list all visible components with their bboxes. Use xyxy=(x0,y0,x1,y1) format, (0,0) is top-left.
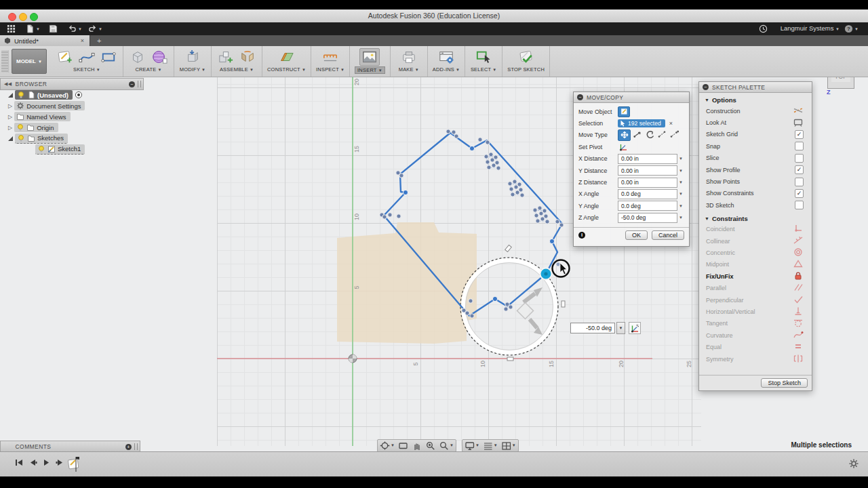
browser-item-unsaved[interactable]: (Unsaved) xyxy=(0,89,156,100)
field-dropdown-icon[interactable]: ▼ xyxy=(677,157,684,161)
coincident-icon[interactable] xyxy=(793,224,804,235)
constraints-section-header[interactable]: ▼Constraints xyxy=(699,211,812,224)
concentric-icon[interactable] xyxy=(793,247,804,258)
save-icon[interactable] xyxy=(49,24,58,34)
palette-option-3d-sketch[interactable]: 3D Sketch xyxy=(699,199,812,211)
field-dropdown-icon[interactable]: ▼ xyxy=(677,216,684,220)
spline-icon[interactable] xyxy=(77,49,96,65)
step-forward-icon[interactable] xyxy=(56,458,64,467)
bulb-icon[interactable] xyxy=(16,123,24,131)
constraint-coincident[interactable]: Coincident xyxy=(699,224,812,235)
step-back-icon[interactable] xyxy=(28,458,37,467)
checkbox-show-points[interactable] xyxy=(795,178,804,186)
browser-item-sketches[interactable]: Sketches xyxy=(0,133,156,144)
palette-option-snap[interactable]: Snap xyxy=(699,140,812,152)
orbit-tool-icon[interactable]: ▼ xyxy=(380,441,395,450)
field-value-input[interactable]: 0.00 in xyxy=(618,178,677,188)
constraint-collinear[interactable]: Collinear xyxy=(699,235,812,247)
constraint-parallel[interactable]: Parallel xyxy=(699,282,812,293)
rect-tool-icon[interactable] xyxy=(99,49,118,65)
toolbar-group-construct[interactable]: CONSTRUCT▼ xyxy=(262,46,311,77)
browser-drag-handle[interactable] xyxy=(138,81,141,87)
palette-option-show-points[interactable]: Show Points xyxy=(699,176,812,187)
checkbox-snap[interactable] xyxy=(795,142,804,150)
grid-display-settings-icon[interactable]: ▼ xyxy=(483,441,498,450)
expand-closed-icon[interactable]: ▷ xyxy=(8,125,12,131)
palette-option-sketch-grid[interactable]: Sketch Grid✓ xyxy=(699,129,812,140)
tab-close-icon[interactable]: × xyxy=(81,37,84,44)
angle-input[interactable]: -50.0 deg xyxy=(570,323,615,333)
palette-option-slice[interactable]: Slice xyxy=(699,152,812,164)
expand-open-icon[interactable] xyxy=(8,93,13,98)
workspace-selector[interactable]: MODEL▼ xyxy=(12,49,47,74)
field-value-input[interactable]: 0.00 in xyxy=(618,154,677,164)
constraint-perpendicular[interactable]: Perpendicular xyxy=(699,294,812,306)
browser-options-icon[interactable]: − xyxy=(129,81,135,87)
toolbar-label-sketch[interactable]: SKETCH▼ xyxy=(73,66,100,73)
box-3d-icon[interactable] xyxy=(128,49,147,65)
field-dropdown-icon[interactable]: ▼ xyxy=(677,180,684,184)
collinear-icon[interactable] xyxy=(793,236,804,247)
dialog-titlebar[interactable]: − MOVE/COPY xyxy=(574,92,689,103)
move-type-point-to-point-icon[interactable] xyxy=(656,129,667,140)
construction-icon[interactable] xyxy=(793,106,804,117)
bulb-icon[interactable] xyxy=(17,91,25,99)
press-pull-icon[interactable] xyxy=(183,49,202,65)
display-settings-icon[interactable]: ▼ xyxy=(465,441,479,450)
browser-panel-header[interactable]: ◀◀ BROWSER − xyxy=(0,78,144,90)
move-type-translate-icon[interactable] xyxy=(631,129,643,140)
timeline-settings-gear-icon[interactable] xyxy=(849,459,859,471)
browser-item-document-settings[interactable]: ▷Document Settings xyxy=(0,100,156,111)
undo-icon[interactable]: ▼ xyxy=(68,24,82,34)
clear-selection-icon[interactable]: × xyxy=(669,120,673,127)
palette-option-construction[interactable]: Construction xyxy=(699,105,812,117)
perpendicular-icon[interactable] xyxy=(793,295,804,306)
move-object-type-button[interactable] xyxy=(618,106,630,117)
toolbar-label-assemble[interactable]: ASSEMBLE▼ xyxy=(220,66,254,73)
sketch-pad-icon[interactable] xyxy=(56,49,75,65)
checkbox-slice[interactable] xyxy=(795,154,804,163)
toolbar-group-modify[interactable]: MODIFY▼ xyxy=(174,46,212,77)
toolbar-label-create[interactable]: CREATE▼ xyxy=(135,66,161,73)
collapse-browser-icon[interactable]: ◀◀ xyxy=(4,81,12,87)
angle-dropdown-icon[interactable]: ▼ xyxy=(616,322,625,334)
play-icon[interactable] xyxy=(42,458,51,467)
bulb-icon[interactable] xyxy=(37,145,45,153)
constraint-equal[interactable]: Equal xyxy=(699,341,812,352)
toolbar-group-insert[interactable]: INSERT▼ xyxy=(350,46,391,77)
field-value-input[interactable]: -50.0 deg xyxy=(618,213,677,223)
ok-button[interactable]: OK xyxy=(625,230,648,240)
toolbar-label-make[interactable]: MAKE▼ xyxy=(399,66,419,73)
browser-item-origin[interactable]: ▷Origin xyxy=(0,122,156,133)
browser-item-sketch1[interactable]: Sketch1 xyxy=(0,144,156,155)
toolbar-group-select[interactable]: SELECT▼ xyxy=(465,46,502,77)
file-icon[interactable]: ▼ xyxy=(26,24,40,34)
palette-titlebar[interactable]: − SKETCH PALETTE xyxy=(699,82,812,93)
checkbox-show-constraints[interactable]: ✓ xyxy=(795,189,804,198)
constraint-curvature[interactable]: Curvature xyxy=(699,329,812,341)
sketch-icon[interactable] xyxy=(47,145,56,153)
toolbar-label-inspect[interactable]: INSPECT▼ xyxy=(316,66,344,73)
field-value-input[interactable]: 0.0 deg xyxy=(618,201,677,211)
dialog-options-icon[interactable]: − xyxy=(577,94,583,100)
folder-icon[interactable] xyxy=(26,123,35,131)
toolbar-group-add-ins[interactable]: ADD-INS▼ xyxy=(428,46,465,77)
tangent-icon[interactable] xyxy=(793,318,804,329)
pan-tool-icon[interactable] xyxy=(412,441,422,450)
redo-icon[interactable]: ▼ xyxy=(88,24,102,34)
move-type-move-free-icon[interactable] xyxy=(618,129,631,141)
constraint-concentric[interactable]: Concentric xyxy=(699,247,812,258)
field-dropdown-icon[interactable]: ▼ xyxy=(677,192,684,196)
toolbar-label-modify[interactable]: MODIFY▼ xyxy=(180,66,206,73)
plane-icon[interactable] xyxy=(277,49,296,65)
toolbar-group-create[interactable]: CREATE▼ xyxy=(123,46,174,77)
field-value-input[interactable]: 0.00 in xyxy=(618,165,677,176)
look-at-icon[interactable] xyxy=(793,117,804,128)
constraint-symmetry[interactable]: Symmetry xyxy=(699,353,812,365)
curvature-icon[interactable] xyxy=(793,330,804,341)
checkbox-show-profile[interactable]: ✓ xyxy=(795,165,804,174)
move-type-point-to-position-icon[interactable] xyxy=(668,129,679,140)
midpoint-icon[interactable] xyxy=(793,259,804,270)
fix-unfix-icon[interactable] xyxy=(793,271,804,282)
document-icon[interactable] xyxy=(27,91,35,99)
